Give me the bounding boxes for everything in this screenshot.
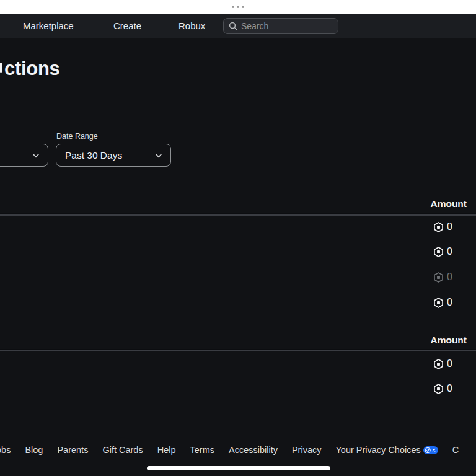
date-range-value: Past 30 Days [65, 150, 122, 161]
robux-icon [433, 383, 444, 395]
footer-link-help[interactable]: Help [157, 445, 176, 455]
amount-value: 0 [447, 271, 452, 283]
date-range-label: Date Range [56, 132, 98, 141]
transaction-row: 0 [433, 296, 452, 309]
robux-icon [433, 246, 444, 258]
footer-link-terms[interactable]: Terms [190, 445, 214, 455]
robux-icon [433, 297, 444, 309]
nav-item-robux[interactable]: Robux [178, 14, 205, 38]
date-range-dropdown[interactable]: Past 30 Days [56, 144, 171, 167]
transaction-row: 0 [433, 358, 452, 370]
footer-link-gift-cards[interactable]: Gift Cards [102, 445, 143, 455]
amount-value: 0 [447, 246, 452, 257]
roblox-transactions-page: Marketplace Create Robux Search ctions D… [0, 0, 476, 476]
transaction-row: 0 [433, 221, 452, 233]
footer-link-parents[interactable]: Parents [57, 445, 88, 455]
window-top-strip [0, 0, 476, 14]
amount-value: 0 [447, 297, 452, 308]
search-input[interactable]: Search [223, 18, 338, 34]
nav-item-marketplace[interactable]: Marketplace [23, 14, 74, 38]
footer-link-jobs-clipped[interactable]: obs [0, 445, 11, 455]
clipped-letter-fragment [0, 63, 2, 73]
transaction-row: 0 [433, 245, 452, 258]
amount-value: 0 [447, 221, 452, 232]
chevron-down-icon [154, 151, 163, 160]
horizontal-scrollbar-thumb[interactable] [147, 466, 330, 470]
footer-link-privacy[interactable]: Privacy [292, 445, 322, 455]
footer-link-blog[interactable]: Blog [25, 445, 43, 455]
table-header-divider [0, 213, 476, 216]
search-placeholder: Search [241, 21, 268, 31]
footer-link-your-privacy-choices[interactable]: Your Privacy Choices [336, 445, 438, 455]
transaction-row-dimmed: 0 [433, 271, 452, 283]
robux-icon [433, 221, 444, 233]
amount-column-header: Amount [430, 335, 467, 346]
nav-item-create[interactable]: Create [113, 14, 141, 38]
table-header-divider [0, 349, 476, 351]
transaction-row: 0 [433, 382, 452, 395]
robux-icon [433, 358, 444, 370]
search-icon [229, 22, 237, 30]
page-title: ctions [4, 58, 60, 80]
footer-link-accessibility[interactable]: Accessibility [229, 445, 278, 455]
amount-column-header: Amount [430, 198, 467, 209]
chevron-down-icon [32, 151, 40, 160]
transaction-type-dropdown[interactable] [0, 144, 48, 167]
amount-value: 0 [447, 358, 452, 369]
footer-links: obs Blog Parents Gift Cards Help Terms A… [0, 444, 459, 456]
amount-value: 0 [447, 383, 452, 394]
footer-link-cookie-clipped[interactable]: C [452, 445, 459, 455]
window-drag-dots-icon[interactable] [232, 6, 244, 8]
robux-icon [433, 271, 444, 283]
privacy-choices-icon [423, 446, 438, 454]
top-navbar: Marketplace Create Robux Search [0, 14, 476, 38]
